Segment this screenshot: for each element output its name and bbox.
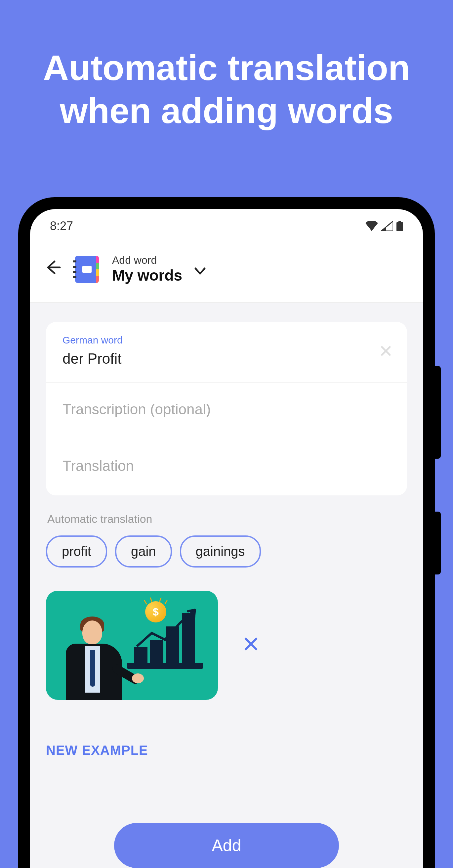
remove-image-icon[interactable] bbox=[243, 635, 259, 656]
add-button[interactable]: Add bbox=[114, 823, 339, 868]
transcription-input[interactable] bbox=[63, 395, 390, 424]
transcription-field[interactable] bbox=[46, 382, 407, 439]
suggestion-chip[interactable]: gainings bbox=[180, 535, 261, 567]
preview-image[interactable]: $ bbox=[46, 591, 218, 700]
word-field-label: German word bbox=[63, 335, 390, 346]
back-button[interactable] bbox=[43, 258, 62, 280]
person-illustration bbox=[53, 607, 125, 700]
word-input[interactable] bbox=[63, 350, 390, 367]
suggestion-chip[interactable]: gain bbox=[115, 535, 172, 567]
trend-arrow-icon bbox=[135, 607, 201, 650]
content-area: German word Automatic translation bbox=[30, 303, 423, 868]
app-header: Add word My words bbox=[30, 240, 423, 303]
status-bar: 8:27 bbox=[30, 209, 423, 240]
phone-hw-button bbox=[435, 512, 441, 575]
suggestions-label: Automatic translation bbox=[47, 513, 407, 526]
notebook-icon bbox=[75, 256, 99, 283]
word-field[interactable]: German word bbox=[46, 322, 407, 382]
signal-icon bbox=[381, 221, 393, 231]
chart-illustration bbox=[130, 619, 200, 669]
clear-icon[interactable] bbox=[379, 343, 392, 361]
phone-frame: 8:27 Add word My words bbox=[18, 197, 435, 868]
image-row: $ bbox=[46, 591, 407, 700]
promo-title-line2: when adding words bbox=[20, 89, 433, 132]
status-time: 8:27 bbox=[50, 219, 73, 233]
input-card: German word bbox=[46, 322, 407, 495]
promo-banner: Automatic translation when adding words bbox=[0, 0, 453, 132]
wifi-icon bbox=[365, 221, 378, 231]
suggestion-chip[interactable]: profit bbox=[46, 535, 107, 567]
phone-hw-button bbox=[435, 366, 441, 459]
promo-title-line1: Automatic translation bbox=[20, 46, 433, 89]
chevron-down-icon[interactable] bbox=[193, 265, 207, 281]
header-title: My words bbox=[112, 267, 182, 284]
new-example-button[interactable]: NEW EXAMPLE bbox=[46, 743, 407, 758]
translation-field[interactable] bbox=[46, 439, 407, 495]
header-subtitle: Add word bbox=[112, 254, 182, 267]
battery-icon bbox=[396, 221, 403, 231]
status-icons-group bbox=[365, 221, 403, 231]
translation-input[interactable] bbox=[63, 452, 390, 480]
svg-rect-0 bbox=[398, 221, 401, 222]
coin-sparkle bbox=[143, 597, 168, 604]
svg-rect-1 bbox=[396, 222, 403, 231]
suggestion-chips: profit gain gainings bbox=[46, 535, 407, 567]
